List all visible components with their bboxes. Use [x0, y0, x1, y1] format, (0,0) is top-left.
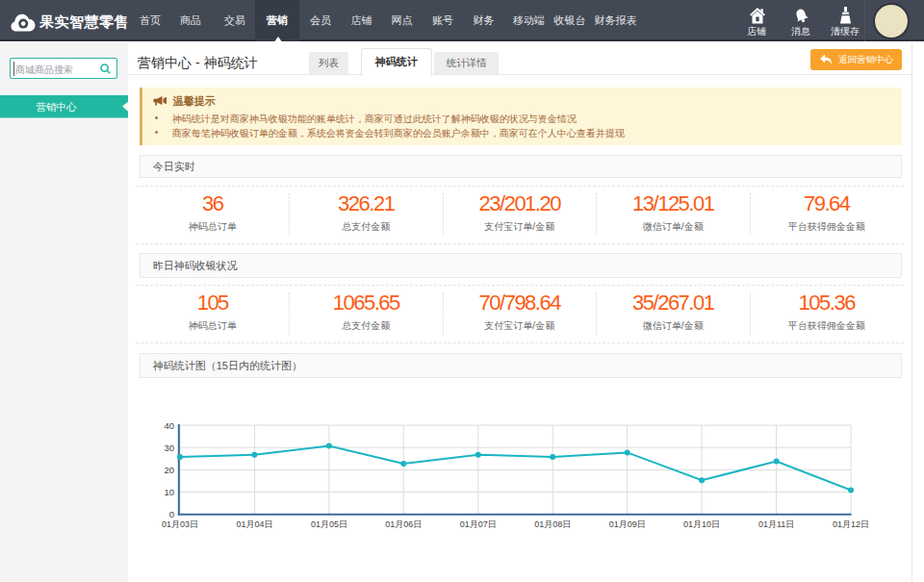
- svg-text:01月07日: 01月07日: [460, 519, 497, 529]
- svg-text:01月08日: 01月08日: [534, 519, 571, 529]
- svg-text:01月09日: 01月09日: [609, 519, 646, 529]
- svg-text:40: 40: [164, 420, 174, 431]
- svg-text:01月12日: 01月12日: [833, 519, 869, 529]
- svg-text:20: 20: [164, 465, 174, 475]
- svg-text:01月03日: 01月03日: [162, 519, 198, 529]
- svg-text:01月04日: 01月04日: [236, 519, 272, 529]
- svg-text:01月10日: 01月10日: [683, 519, 720, 529]
- svg-text:01月06日: 01月06日: [385, 519, 422, 529]
- svg-text:0: 0: [169, 509, 174, 519]
- svg-text:30: 30: [164, 443, 174, 453]
- svg-text:01月05日: 01月05日: [311, 519, 347, 529]
- svg-text:01月11日: 01月11日: [758, 519, 794, 529]
- svg-text:10: 10: [164, 487, 174, 497]
